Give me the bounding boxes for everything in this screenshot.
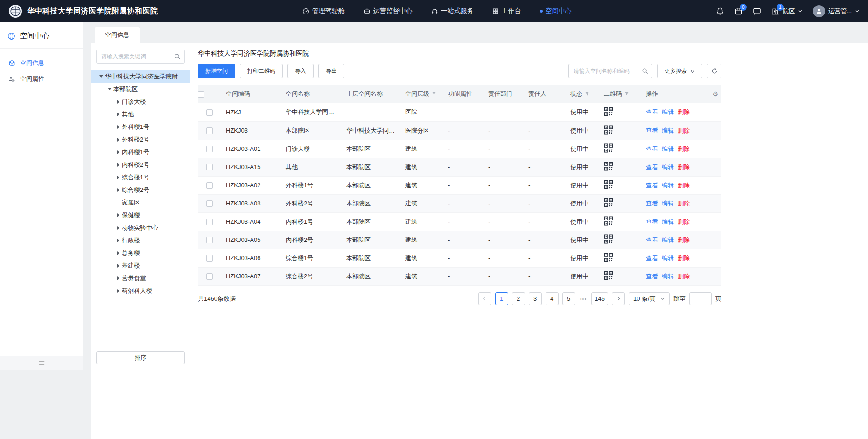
- tree-expand-right-icon[interactable]: [114, 176, 122, 179]
- search-icon[interactable]: [174, 53, 181, 60]
- row-checkbox[interactable]: [206, 255, 213, 262]
- tree-expand-down-icon[interactable]: [106, 88, 113, 90]
- qr-code-icon[interactable]: [604, 107, 613, 116]
- row-checkbox[interactable]: [206, 219, 213, 225]
- delete-link[interactable]: 删除: [678, 163, 690, 170]
- view-link[interactable]: 查看: [646, 108, 658, 115]
- tree-expand-right-icon[interactable]: [114, 264, 122, 268]
- topnav-item-2[interactable]: 运营监督中心: [364, 7, 413, 15]
- edit-link[interactable]: 编辑: [662, 182, 674, 189]
- gear-icon[interactable]: ⚙: [712, 91, 718, 97]
- filter-icon[interactable]: [624, 92, 629, 96]
- edit-link[interactable]: 编辑: [662, 163, 674, 170]
- topnav-item-4[interactable]: 工作台: [492, 7, 521, 15]
- tree-expand-right-icon[interactable]: [114, 289, 122, 293]
- page-button-146[interactable]: 146: [591, 292, 608, 305]
- row-checkbox[interactable]: [206, 200, 213, 207]
- tree-expand-right-icon[interactable]: [114, 188, 122, 192]
- tree-expand-right-icon[interactable]: [114, 113, 122, 116]
- page-button-4[interactable]: 4: [546, 292, 559, 305]
- tree-expand-right-icon[interactable]: [114, 276, 122, 280]
- tree-expand-right-icon[interactable]: [114, 100, 122, 104]
- row-checkbox[interactable]: [206, 237, 213, 243]
- qr-code-icon[interactable]: [604, 143, 613, 153]
- edit-link[interactable]: 编辑: [662, 255, 674, 262]
- delete-link[interactable]: 删除: [678, 218, 690, 225]
- tree-node[interactable]: 内科楼2号: [91, 158, 190, 171]
- prev-page-button[interactable]: [478, 292, 491, 305]
- calendar-button[interactable]: 0: [735, 7, 742, 15]
- edit-link[interactable]: 编辑: [662, 200, 674, 207]
- sidebar-item-1[interactable]: 空间信息: [0, 55, 83, 71]
- tree-expand-right-icon[interactable]: [114, 239, 122, 242]
- view-link[interactable]: 查看: [646, 182, 658, 189]
- tree-node[interactable]: 保健楼: [91, 209, 190, 221]
- tree-node[interactable]: 总务楼: [91, 247, 190, 259]
- tree-node[interactable]: 门诊大楼: [91, 95, 190, 108]
- header-checkbox[interactable]: [198, 91, 204, 98]
- delete-link[interactable]: 删除: [678, 182, 690, 189]
- view-link[interactable]: 查看: [646, 127, 658, 134]
- qr-code-icon[interactable]: [604, 125, 613, 135]
- page-button-2[interactable]: 2: [512, 292, 525, 305]
- view-link[interactable]: 查看: [646, 200, 658, 207]
- filter-icon[interactable]: [432, 92, 436, 96]
- delete-link[interactable]: 删除: [678, 127, 690, 134]
- tree-node[interactable]: 内科楼1号: [91, 146, 190, 158]
- qr-code-icon[interactable]: [604, 180, 613, 189]
- view-link[interactable]: 查看: [646, 236, 658, 243]
- message-icon[interactable]: [753, 7, 761, 15]
- topnav-item-3[interactable]: 一站式服务: [431, 7, 474, 15]
- tree-node[interactable]: 综合楼2号: [91, 184, 190, 196]
- jump-page-input[interactable]: [689, 292, 712, 305]
- tree-node[interactable]: 家属区: [91, 196, 190, 209]
- qr-code-icon[interactable]: [604, 162, 613, 171]
- page-button-1[interactable]: 1: [495, 292, 508, 305]
- more-search-button[interactable]: 更多搜索: [657, 64, 702, 78]
- tree-node[interactable]: 药剂科大楼: [91, 284, 190, 297]
- tree-node[interactable]: 本部院区: [91, 83, 190, 95]
- view-link[interactable]: 查看: [646, 255, 658, 262]
- delete-link[interactable]: 删除: [678, 200, 690, 207]
- bell-icon[interactable]: [716, 7, 724, 15]
- tree-node[interactable]: 华中科技大学同济医学院附属协...: [91, 70, 190, 83]
- row-checkbox[interactable]: [206, 182, 213, 189]
- delete-link[interactable]: 删除: [678, 273, 690, 280]
- row-checkbox[interactable]: [206, 127, 213, 134]
- topnav-item-5[interactable]: 空间中心: [540, 7, 572, 15]
- edit-link[interactable]: 编辑: [662, 145, 674, 152]
- view-link[interactable]: 查看: [646, 273, 658, 280]
- tree-node[interactable]: 营养食堂: [91, 272, 190, 284]
- row-checkbox[interactable]: [206, 164, 213, 170]
- view-link[interactable]: 查看: [646, 163, 658, 170]
- delete-link[interactable]: 删除: [678, 108, 690, 115]
- delete-link[interactable]: 删除: [678, 145, 690, 152]
- delete-link[interactable]: 删除: [678, 255, 690, 262]
- qr-code-icon[interactable]: [604, 198, 613, 207]
- qr-code-icon[interactable]: [604, 234, 613, 244]
- edit-link[interactable]: 编辑: [662, 127, 674, 134]
- page-size-select[interactable]: 10 条/页: [629, 292, 670, 305]
- tree-expand-right-icon[interactable]: [114, 251, 122, 255]
- sidebar-item-2[interactable]: 空间属性: [0, 71, 83, 87]
- tree-expand-right-icon[interactable]: [114, 138, 122, 142]
- row-checkbox[interactable]: [206, 273, 213, 280]
- tree-node[interactable]: 其他: [91, 108, 190, 120]
- page-button-3[interactable]: 3: [529, 292, 542, 305]
- page-button-5[interactable]: 5: [562, 292, 575, 305]
- tree-node[interactable]: 动物实验中心: [91, 221, 190, 234]
- tree-node[interactable]: 行政楼: [91, 234, 190, 247]
- view-link[interactable]: 查看: [646, 145, 658, 152]
- print-qr-button[interactable]: 打印二维码: [240, 64, 283, 78]
- import-button[interactable]: 导入: [287, 64, 314, 78]
- edit-link[interactable]: 编辑: [662, 236, 674, 243]
- user-menu[interactable]: 运营管...: [813, 5, 860, 17]
- tree-node[interactable]: 基建楼: [91, 259, 190, 272]
- sort-button[interactable]: 排序: [96, 351, 185, 364]
- tree-expand-right-icon[interactable]: [114, 213, 122, 217]
- qr-code-icon[interactable]: [604, 271, 613, 280]
- campus-selector[interactable]: 1 院区: [771, 7, 803, 15]
- tree-node[interactable]: 外科楼2号: [91, 133, 190, 146]
- topnav-item-1[interactable]: 管理驾驶舱: [302, 7, 345, 15]
- tree-expand-right-icon[interactable]: [114, 150, 122, 154]
